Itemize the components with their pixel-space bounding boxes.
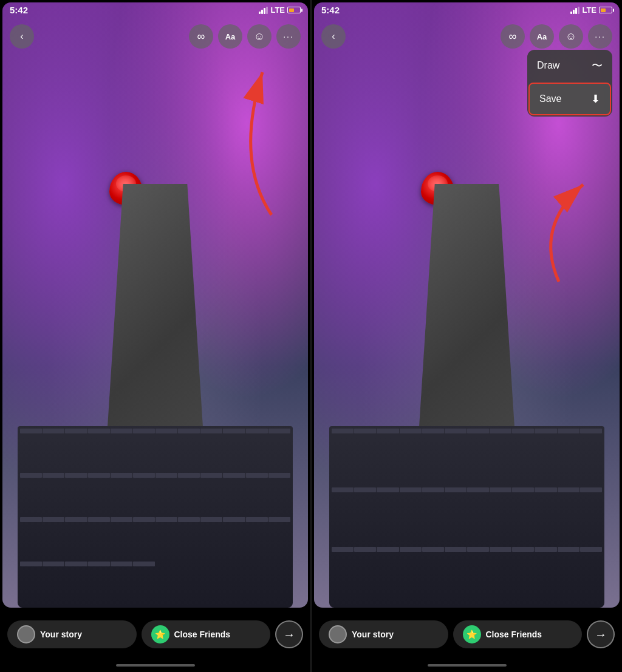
draw-label: Draw [537,60,559,71]
back-button-left[interactable]: ‹ [10,24,34,49]
more-button-left[interactable]: ··· [276,24,301,49]
send-arrow-button-right[interactable]: → [587,620,615,648]
lte-right: LTE [582,5,596,15]
keyboard-area-right [329,426,604,608]
save-icon: ⬇ [591,92,600,106]
bottom-bar-right: Your story ⭐ Close Friends → [312,610,622,659]
draw-icon: 〜 [592,58,603,73]
back-button-right[interactable]: ‹ [321,24,346,49]
infinity-button-right[interactable]: ∞ [501,24,525,49]
left-screen: 5:42 LTE Sodiq Ola [0,0,310,672]
close-friends-label-left: Close Friends [174,630,231,639]
battery-right [599,7,612,13]
green-star-right: ⭐ [463,625,481,643]
story-background-left: Sodiq Olanrewaju [2,2,308,608]
draw-menu-item[interactable]: Draw 〜 [527,50,612,81]
time-left: 5:42 [10,5,28,15]
story-content-left: Sodiq Olanrewaju [2,2,308,608]
bottom-bar-left: Your story ⭐ Close Friends → [0,610,310,659]
your-story-label-right: Your story [352,630,394,639]
signal-icon-right [570,7,579,14]
controls-top-left: ‹ ∞ Aa ☺ ··· [2,24,308,49]
green-star-left: ⭐ [151,625,169,643]
controls-top-right: ‹ ∞ Aa ☺ ··· [314,24,620,49]
right-controls-left: ∞ Aa ☺ ··· [189,24,301,49]
signal-icon-left [259,7,268,14]
status-bar-right: 5:42 LTE [312,0,622,18]
close-friends-button-left[interactable]: ⭐ Close Friends [142,620,271,648]
your-story-button-right[interactable]: Your story [319,620,448,648]
infinity-button-left[interactable]: ∞ [189,24,213,49]
avatar-left [17,625,35,643]
close-friends-button-right[interactable]: ⭐ Close Friends [453,620,583,648]
screens-container: 5:42 LTE Sodiq Ola [0,0,622,672]
save-menu-item[interactable]: Save ⬇ [528,83,611,115]
more-button-right[interactable]: ··· [588,24,612,49]
send-arrow-button-left[interactable]: → [275,620,303,648]
right-controls-right: ∞ Aa ☺ ··· [501,24,612,49]
status-right-right: LTE [570,5,612,15]
sticker-button-right[interactable]: ☺ [559,24,583,49]
sticker-button-left[interactable]: ☺ [247,24,272,49]
status-bar-left: 5:42 LTE [0,0,310,18]
your-story-button-left[interactable]: Your story [7,620,137,648]
lte-left: LTE [270,5,285,15]
home-line-right [428,664,507,667]
your-story-label-left: Your story [40,630,82,639]
close-friends-label-right: Close Friends [486,630,542,639]
time-right: 5:42 [321,5,340,15]
right-screen: 5:42 LTE Sodiq Ola [312,0,622,672]
dropdown-menu-right: Draw 〜 Save ⬇ [527,50,612,117]
keyboard-area-left [18,426,293,608]
home-indicator-right [312,659,622,672]
status-right-left: LTE [259,5,301,15]
avatar-right [329,625,347,643]
home-line-left [116,664,195,667]
text-button-right[interactable]: Aa [530,24,554,49]
text-button-left[interactable]: Aa [218,24,242,49]
story-content-right: Sodiq Olanrewaju [314,2,620,608]
battery-left [287,7,301,13]
save-label: Save [539,93,561,104]
home-indicator-left [0,659,310,672]
